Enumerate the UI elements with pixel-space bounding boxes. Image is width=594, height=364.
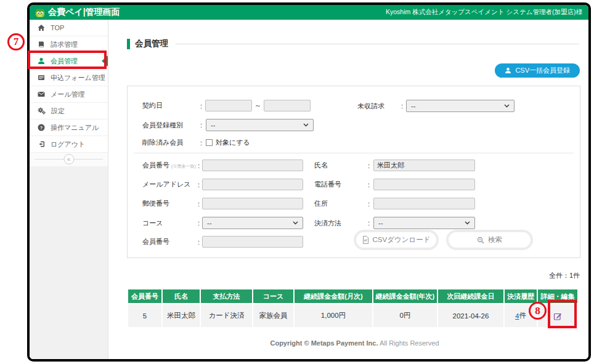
address-input[interactable] <box>373 198 475 209</box>
app-title: 会費ペイ|管理画面 <box>48 7 120 18</box>
col-yearly: 継続課金金額(年次) <box>373 289 437 303</box>
annotation-rect-edit <box>548 300 577 328</box>
cell-yearly: 0円 <box>373 304 437 327</box>
contract-date-label: 契約日 <box>142 101 200 110</box>
app-window: 会費ペイ|管理画面 Kyoshim 株式会社メタップスペイメント システム管理者… <box>27 2 591 362</box>
user-info: Kyoshim 株式会社メタップスペイメント システム管理者(加盟店)様 <box>386 8 582 17</box>
help-icon: ? <box>38 124 45 131</box>
deleted-checkbox-label: 対象にする <box>216 138 250 147</box>
sidebar: TOP 請求管理 会員管理 申込フォーム管理 メール管理 <box>30 20 108 359</box>
unpaid-label: 未収請求 <box>357 102 401 111</box>
email-input[interactable] <box>202 179 303 190</box>
search-form: 契約日 : ～ 未収請求 : -- <box>127 86 580 258</box>
gears-icon <box>38 107 46 115</box>
address-label: 住所 <box>314 199 368 208</box>
chevron-down-icon <box>465 221 470 225</box>
mascot-icon <box>35 7 46 18</box>
sidebar-collapse-button[interactable]: « <box>63 154 74 164</box>
cell-course: 家族会員 <box>253 304 293 327</box>
deleted-members-checkbox[interactable] <box>206 139 213 146</box>
header-bar: 会費ペイ|管理画面 Kyoshim 株式会社メタップスペイメント システム管理者… <box>30 5 588 20</box>
phone-input[interactable] <box>373 179 475 190</box>
email-label: メールアドレス <box>142 180 198 189</box>
page-title: 会員管理 <box>135 38 168 49</box>
chevron-down-icon <box>303 123 309 127</box>
sidebar-fill <box>30 166 108 359</box>
user-icon <box>505 67 511 74</box>
member-no2-label: 会員番号 <box>142 237 198 246</box>
home-icon <box>38 24 45 31</box>
svg-text:?: ? <box>40 125 43 131</box>
search-button[interactable]: 検索 <box>446 230 533 250</box>
csv-bulk-register-button[interactable]: CSV一括会員登録 <box>495 63 580 78</box>
logout-icon <box>38 140 45 148</box>
member-type-label: 会員登録種別 <box>142 121 200 130</box>
member-no-label: 会員番号 (※完全一致) <box>142 161 198 170</box>
col-course: コース <box>253 289 293 303</box>
search-icon <box>477 237 484 244</box>
app-logo[interactable]: 会費ペイ|管理画面 <box>35 7 120 18</box>
sidebar-item-logout[interactable]: ログアウト <box>30 136 108 153</box>
name-input[interactable] <box>373 160 475 171</box>
sidebar-item-form[interactable]: 申込フォーム管理 <box>30 70 108 86</box>
zip-label: 郵便番号 <box>142 199 198 208</box>
main-content: 会員管理 CSV一括会員登録 契約日 : ～ <box>108 20 588 359</box>
annotation-rect-members <box>28 51 107 69</box>
payment-method-label: 決済方法 <box>314 219 368 228</box>
total-count: 全件：1件 <box>549 271 580 280</box>
csv-download-button[interactable]: CSVダウンロード <box>354 230 439 250</box>
chevron-down-icon <box>504 104 510 108</box>
zip-input[interactable] <box>202 198 303 209</box>
col-name: 氏名 <box>163 289 200 303</box>
cell-next-date: 2021-04-26 <box>438 304 503 327</box>
col-history: 決済履歴 <box>505 289 537 303</box>
title-accent-block <box>127 39 130 49</box>
sidebar-item-settings[interactable]: 設定 <box>30 103 108 119</box>
mail-icon <box>38 91 45 98</box>
cell-monthly: 1,000円 <box>295 304 372 327</box>
sidebar-item-top[interactable]: TOP <box>30 20 108 36</box>
annotation-circle-8: 8 <box>529 302 547 320</box>
member-no-input[interactable] <box>202 160 303 171</box>
phone-label: 電話番号 <box>314 180 368 189</box>
book-icon <box>38 41 45 48</box>
sidebar-collapse-zone: « <box>30 153 108 166</box>
unpaid-select[interactable]: -- <box>406 100 515 112</box>
form-divider <box>134 153 574 153</box>
col-next-date: 次回継続課金日 <box>438 289 503 303</box>
sidebar-item-mail[interactable]: メール管理 <box>30 86 108 103</box>
member-no2-input[interactable] <box>202 236 303 248</box>
form-icon <box>38 74 45 81</box>
payment-method-select[interactable]: -- <box>373 217 475 229</box>
members-table: 会員番号 氏名 支払方法 コース 継続課金金額(月次) 継続課金金額(年次) 次… <box>128 289 577 327</box>
member-type-select[interactable]: -- <box>206 119 314 131</box>
deleted-members-label: 削除済み会員 <box>142 138 200 147</box>
cell-name: 米田太郎 <box>163 304 200 327</box>
annotation-circle-7: 7 <box>7 33 25 51</box>
col-payment: 支払方法 <box>201 289 252 303</box>
course-select[interactable]: -- <box>202 217 303 229</box>
course-label: コース <box>142 219 198 228</box>
col-monthly: 継続課金金額(月次) <box>295 289 372 303</box>
col-member-no: 会員番号 <box>128 289 161 303</box>
csv-file-icon <box>362 236 369 244</box>
cell-payment: カード決済 <box>201 304 252 327</box>
sidebar-item-manual[interactable]: ? 操作マニュアル <box>30 119 108 136</box>
title-divider <box>176 44 579 44</box>
chevron-down-icon <box>293 221 298 225</box>
footer-copyright: Copyright © Metaps Payment Inc. All Righ… <box>121 339 588 347</box>
contract-date-to-input[interactable] <box>264 100 311 111</box>
cell-member-no: 5 <box>128 304 161 327</box>
contract-date-from-input[interactable] <box>205 100 252 111</box>
name-label: 氏名 <box>314 161 368 170</box>
page: 会費ペイ|管理画面 Kyoshim 株式会社メタップスペイメント システム管理者… <box>0 0 594 364</box>
